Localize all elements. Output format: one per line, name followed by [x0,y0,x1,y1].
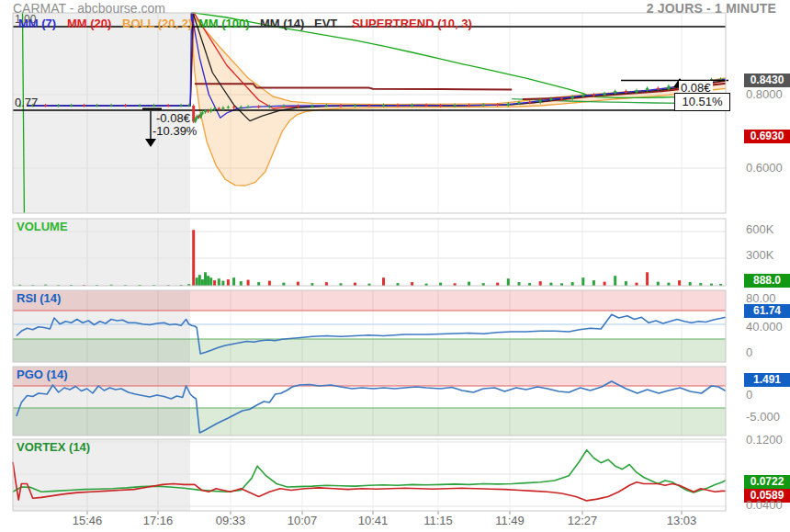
legend-item-boll: BOLL (20, 2) [122,17,192,30]
abcbourse-chart-page: CARMAT - abcbourse.com 2 JOURS - 1 MINUT… [0,0,790,532]
legend-item-supertrend: SUPERTREND (10, 3) [352,17,472,30]
legend-item-evt: EVT [314,17,337,30]
rsi-tick-40: 40.000 [746,321,783,334]
rsi-panel-title: RSI (14) [17,292,61,305]
session-low-badge: 0.6930 [744,130,790,143]
rsi-tick-0: 0 [746,346,752,359]
time-tick: 11:49 [487,515,533,527]
time-tick: 17:16 [135,515,181,527]
time-tick: 10:41 [350,515,396,527]
time-tick: 12:27 [559,515,605,527]
drop-percent-label: -10.39% [152,125,197,138]
vortex-tick-012: 0.1200 [746,434,783,447]
time-tick: 09:33 [208,515,254,527]
volume-tick-600k: 600K [746,223,773,236]
timeframe-label: 2 JOURS - 1 MINUTE [647,2,776,16]
ref-price-high-label: 1.00 [15,14,36,26]
pgo-panel-title: PGO (14) [17,368,68,381]
time-tick: 11:15 [415,515,461,527]
vortex-tick-004: 0.0400 [746,499,783,512]
volume-last-badge: 888.0 [744,274,790,288]
legend-item-mm20: MM (20) [67,17,111,30]
vortex-plus-badge: 0.0722 [744,475,790,489]
pgo-tick-0: 0 [746,389,752,402]
price-tick-0800: 0.8000 [746,88,783,101]
legend-item-mm100: MM (100) [198,17,250,30]
volume-tick-300k: 300K [746,249,773,262]
price-tick-0600: 0.6000 [746,162,783,175]
last-price-badge: 0.8430 [744,74,790,87]
legend-item-mm14: MM (14) [260,17,304,30]
ref-price-low-label: 0.77 [15,96,38,109]
pgo-tick-m5: -5.000 [746,411,780,424]
rsi-last-badge: 61.74 [744,304,790,318]
pgo-last-badge: 1.491 [744,373,790,387]
time-tick: 10:07 [279,515,325,527]
time-tick: 13:03 [659,515,705,527]
vortex-panel-title: VORTEX (14) [17,441,90,454]
rise-percent-label: 10.51% [674,93,730,111]
volume-panel-title: VOLUME [17,221,68,233]
time-tick: 15:46 [64,515,110,527]
